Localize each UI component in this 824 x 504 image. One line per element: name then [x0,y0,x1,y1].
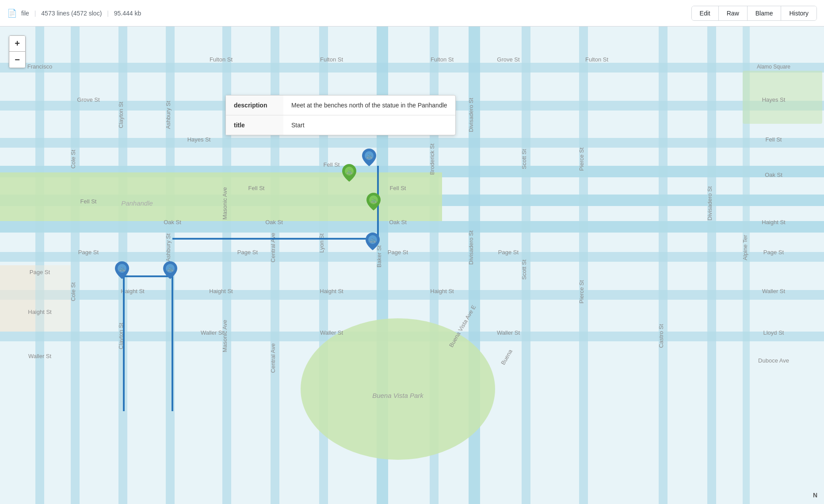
blame-button[interactable]: Blame [748,6,782,20]
separator-1: | [34,10,36,17]
svg-text:Fulton St: Fulton St [210,56,233,63]
file-stats: 4573 lines (4572 sloc) [41,10,102,17]
svg-text:Haight St: Haight St [430,288,454,294]
svg-text:Waller St: Waller St [497,329,520,336]
svg-text:Buena Vista Park: Buena Vista Park [372,392,424,399]
svg-text:Fell St: Fell St [324,161,340,168]
raw-button[interactable]: Raw [719,6,748,20]
svg-text:Alpine Ter: Alpine Ter [742,235,748,260]
svg-text:Fulton St: Fulton St [585,56,608,63]
svg-text:Fell St: Fell St [766,136,782,143]
svg-text:Divisadero St: Divisadero St [468,98,474,132]
svg-rect-23 [707,27,716,504]
svg-rect-22 [659,27,668,504]
popup-key-title: title [226,115,283,135]
map-popup: description Meet at the benches north of… [225,95,456,135]
svg-rect-21 [579,27,588,504]
svg-text:Panhandle: Panhandle [121,199,153,207]
svg-text:Cole St: Cole St [70,149,76,168]
file-toolbar: 📄 file | 4573 lines (4572 sloc) | 95.444… [0,0,824,27]
map-marker-blue-3[interactable]: 🚲 [163,261,177,281]
svg-text:Alamo Square: Alamo Square [757,64,790,70]
svg-text:Castro St: Castro St [658,324,664,348]
svg-text:Fulton St: Fulton St [320,56,343,63]
svg-text:Haight St: Haight St [762,219,786,225]
file-actions: Edit Raw Blame History [691,6,817,21]
svg-text:Fulton St: Fulton St [431,56,454,63]
svg-text:Pierce St: Pierce St [578,280,585,303]
svg-text:Fell St: Fell St [80,198,97,205]
svg-text:Francisco: Francisco [27,63,52,70]
svg-text:Masonic Ave: Masonic Ave [221,187,228,219]
svg-text:Divisadero St: Divisadero St [468,230,474,265]
svg-text:Duboce Ave: Duboce Ave [758,357,789,364]
svg-text:Fell St: Fell St [248,185,265,191]
svg-text:Scott St: Scott St [521,260,527,280]
svg-text:Ashbury St: Ashbury St [165,101,172,129]
svg-text:Lyon St: Lyon St [318,233,325,253]
svg-text:Clayton St: Clayton St [118,102,124,128]
map-marker-green-2[interactable]: 🚲 [366,193,381,212]
file-size: 95.444 kb [114,10,141,17]
svg-text:Central Ave: Central Ave [270,344,276,373]
popup-value-title: Start [283,115,455,135]
svg-text:🚲: 🚲 [370,237,376,243]
map-container[interactable]: Fulton St Fulton St Fulton St Grove St F… [0,27,824,504]
svg-text:Waller St: Waller St [201,329,224,336]
svg-text:Pierce St: Pierce St [578,147,585,171]
svg-text:Haight St: Haight St [320,288,343,294]
svg-text:Page St: Page St [763,249,784,256]
popup-key-description: description [226,95,283,115]
svg-text:Page St: Page St [30,269,50,275]
popup-row-description: description Meet at the benches north of… [226,95,455,115]
svg-text:Grove St: Grove St [497,56,520,63]
file-icon: 📄 [7,8,17,18]
svg-text:Haight St: Haight St [28,309,52,315]
svg-point-28 [301,318,495,460]
svg-text:Page St: Page St [498,249,519,256]
svg-text:Masonic Ave: Masonic Ave [221,320,228,352]
svg-text:Central Ave: Central Ave [270,233,276,263]
svg-text:Oak St: Oak St [265,219,283,225]
svg-text:🚲: 🚲 [346,168,353,175]
svg-text:Broderick St: Broderick St [429,143,435,175]
svg-text:🚲: 🚲 [167,265,174,272]
svg-text:🚲: 🚲 [119,265,126,272]
svg-text:🚲: 🚲 [370,197,377,203]
svg-text:Fell St: Fell St [390,185,406,191]
file-word: file [21,10,29,17]
svg-text:Divisadero St: Divisadero St [706,186,713,221]
svg-text:Page St: Page St [78,249,99,256]
svg-text:Lloyd St: Lloyd St [763,329,784,336]
zoom-in-button[interactable]: + [9,36,25,52]
svg-text:Waller St: Waller St [320,329,343,336]
svg-text:Scott St: Scott St [521,149,527,169]
svg-text:Ashbury St: Ashbury St [165,233,172,262]
svg-text:Hayes St: Hayes St [187,136,211,143]
popup-value-description: Meet at the benches north of the statue … [283,95,455,115]
svg-text:Waller St: Waller St [28,353,52,359]
svg-text:Page St: Page St [388,249,408,256]
svg-text:Oak St: Oak St [389,219,407,225]
svg-text:🚲: 🚲 [366,153,373,159]
svg-text:Oak St: Oak St [164,219,181,225]
svg-text:Waller St: Waller St [762,288,786,294]
popup-row-title: title Start [226,115,455,135]
svg-text:Cole St: Cole St [70,282,76,301]
svg-text:Haight St: Haight St [209,288,233,294]
svg-text:N: N [813,492,817,499]
map-marker-blue-1[interactable]: 🚲 [362,149,376,168]
svg-text:Page St: Page St [237,249,258,256]
history-button[interactable]: History [781,6,816,20]
map-marker-blue-4[interactable]: 🚲 [115,261,129,281]
zoom-out-button[interactable]: − [9,52,25,68]
svg-text:Hayes St: Hayes St [762,96,786,103]
map-marker-blue-2[interactable]: 🚲 [366,233,380,252]
separator-2: | [107,10,109,17]
svg-text:Grove St: Grove St [77,96,100,103]
file-info: file | 4573 lines (4572 sloc) | 95.444 k… [21,10,691,17]
map-marker-green-1[interactable]: 🚲 [342,164,356,183]
popup-table: description Meet at the benches north of… [226,95,455,135]
edit-button[interactable]: Edit [692,6,719,20]
zoom-controls: + − [9,35,26,68]
